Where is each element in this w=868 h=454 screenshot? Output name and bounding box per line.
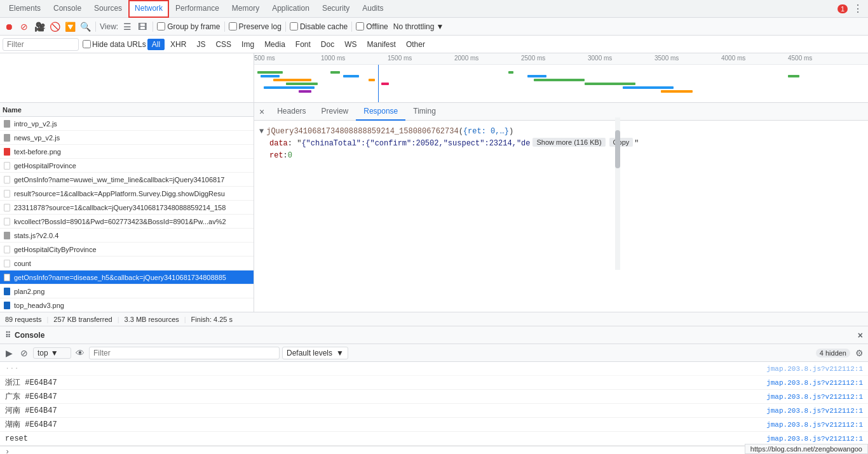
tab-response[interactable]: Response: [356, 103, 405, 121]
sep3: |: [184, 316, 186, 323]
filter-font-button[interactable]: Font: [291, 39, 315, 50]
tab-audits[interactable]: Audits: [356, 0, 390, 18]
wbar-13: [534, 79, 585, 81]
copy-button[interactable]: Copy: [609, 138, 634, 147]
sep1: |: [46, 316, 48, 323]
filename-6: 23311878?source=1&callback=jQuery3410681…: [14, 204, 251, 211]
offline-label[interactable]: Offline: [366, 22, 388, 31]
disable-cache-checkbox[interactable]: [290, 22, 298, 30]
console-link-4[interactable]: jmap.203.8.js?v212112:1: [766, 435, 863, 443]
view-list-button[interactable]: ☰: [121, 20, 133, 33]
wbar-8: [343, 75, 359, 77]
console-link-3[interactable]: jmap.203.8.js?v212112:1: [766, 421, 863, 429]
view-filmstrip-button[interactable]: 🎞: [136, 20, 149, 33]
file-item-0[interactable]: intro_vp_v2.js: [0, 117, 254, 131]
show-more-button[interactable]: Show more (116 KB): [532, 138, 605, 147]
console-link-2[interactable]: jmap.203.8.js?v212112:1: [766, 407, 863, 415]
filename-12: plan2.png: [14, 288, 251, 295]
file-item-12[interactable]: plan2.png: [0, 284, 254, 298]
tab-memory[interactable]: Memory: [226, 0, 266, 18]
filter-css-button[interactable]: CSS: [211, 39, 236, 50]
stop-button[interactable]: ⊘: [18, 20, 31, 33]
console-link-0[interactable]: jmap.203.8.js?v212112:1: [766, 379, 863, 387]
levels-dropdown[interactable]: Default levels ▼: [282, 347, 348, 359]
view-label: View:: [100, 22, 118, 31]
devtools-tabs: Elements Console Sources Network Perform…: [0, 0, 868, 18]
filter-doc-button[interactable]: Doc: [316, 39, 339, 50]
tab-headers[interactable]: Headers: [269, 103, 313, 121]
settings-button[interactable]: ⚙: [853, 347, 865, 359]
console-section: ⠿ Console × ▶ ⊘ top ▼ 👁 Default levels ▼…: [0, 326, 868, 454]
response-line-3: ret : 0: [259, 150, 863, 162]
tab-console[interactable]: Console: [47, 0, 88, 18]
file-item-13[interactable]: top_headv3.png: [0, 298, 254, 312]
hide-data-urls-checkbox[interactable]: [83, 40, 91, 48]
group-by-frame-checkbox[interactable]: [157, 22, 165, 30]
file-item-11[interactable]: getOnsInfo?name=disease_h5&callback=jQue…: [0, 270, 254, 284]
eye-button[interactable]: 👁: [74, 347, 86, 359]
console-text-0: 浙江 #E64B47: [5, 377, 766, 388]
tab-sources[interactable]: Sources: [88, 0, 128, 18]
filter-ws-button[interactable]: WS: [340, 39, 361, 50]
console-filter-input[interactable]: [89, 347, 280, 359]
tab-security[interactable]: Security: [316, 0, 356, 18]
console-stop-button[interactable]: ⊘: [18, 347, 31, 359]
filter-manifest-button[interactable]: Manifest: [363, 39, 400, 50]
data-key: data: [269, 138, 288, 150]
filter-img-button[interactable]: Img: [237, 39, 259, 50]
filter-button[interactable]: 🔽: [64, 20, 76, 33]
file-item-10[interactable]: count: [0, 257, 254, 270]
console-link-prev[interactable]: jmap.203.8.js?v212112:1: [766, 365, 863, 373]
group-by-frame-label[interactable]: Group by frame: [167, 22, 220, 31]
file-icon-2: [3, 147, 11, 156]
top-context-group: top ▼: [33, 347, 71, 359]
console-link-1[interactable]: jmap.203.8.js?v212112:1: [766, 393, 863, 401]
no-throttling-group: No throttling ▼: [393, 22, 444, 31]
file-item-7[interactable]: kvcollect?BossId=8901&Pwd=602773423&Boss…: [0, 215, 254, 229]
console-execute-button[interactable]: ▶: [3, 347, 15, 359]
offline-checkbox[interactable]: [356, 22, 364, 30]
file-item-5[interactable]: result?source=1&callback=AppPlatform.Sur…: [0, 187, 254, 201]
tab-application[interactable]: Application: [266, 0, 316, 18]
file-item-1[interactable]: news_vp_v2.js: [0, 131, 254, 145]
record-button[interactable]: ⏺: [3, 20, 15, 33]
preserve-log-checkbox[interactable]: [229, 22, 237, 30]
clear-button[interactable]: 🚫: [48, 20, 61, 33]
tab-timing[interactable]: Timing: [405, 103, 444, 121]
file-item-2[interactable]: text-before.png: [0, 145, 254, 159]
collapse-arrow[interactable]: ▼: [259, 126, 264, 138]
filter-xhr-button[interactable]: XHR: [166, 39, 191, 50]
filename-1: news_vp_v2.js: [14, 134, 251, 142]
response-close-button[interactable]: ×: [259, 107, 264, 117]
throttling-dropdown-icon[interactable]: ▼: [436, 22, 444, 31]
filter-input[interactable]: [3, 38, 79, 51]
disable-cache-label[interactable]: Disable cache: [300, 22, 348, 31]
file-item-8[interactable]: stats.js?v2.0.4: [0, 229, 254, 243]
tick-2500ms: 2500 ms: [521, 55, 545, 62]
camera-button[interactable]: 🎥: [33, 20, 46, 33]
more-options-icon[interactable]: ⋮: [850, 0, 865, 17]
filter-media-button[interactable]: Media: [260, 39, 290, 50]
file-item-9[interactable]: getHospitalCityByProvince: [0, 243, 254, 257]
file-item-3[interactable]: getHospitalProvince: [0, 159, 254, 173]
filter-other-button[interactable]: Other: [402, 39, 430, 50]
wbar-5: [264, 86, 315, 89]
tab-performance[interactable]: Performance: [169, 0, 226, 18]
tab-preview[interactable]: Preview: [314, 103, 356, 121]
hide-data-urls-label[interactable]: Hide data URLs: [92, 40, 146, 49]
console-row-4: reset jmap.203.8.js?v212112:1: [0, 432, 868, 446]
context-dropdown-icon[interactable]: ▼: [51, 349, 58, 357]
file-icon-3: [3, 161, 11, 170]
tab-elements[interactable]: Elements: [3, 0, 47, 18]
console-close-button[interactable]: ×: [858, 330, 863, 340]
search-button[interactable]: 🔍: [79, 20, 92, 33]
tab-network[interactable]: Network: [128, 0, 169, 18]
file-item-4[interactable]: getOnsInfo?name=wuwei_ww_time_line&callb…: [0, 173, 254, 187]
drag-handle-icon[interactable]: ⠿: [5, 331, 11, 340]
preserve-log-label[interactable]: Preserve log: [239, 22, 281, 31]
timeline-right: 500 ms 1000 ms 1500 ms 2000 ms 2500 ms 3…: [254, 53, 868, 102]
file-item-6[interactable]: 23311878?source=1&callback=jQuery3410681…: [0, 201, 254, 215]
response-line-2: data : " {"chinaTotal":{"confirm":20502,…: [259, 138, 863, 150]
filter-js-button[interactable]: JS: [192, 39, 210, 50]
filter-all-button[interactable]: All: [147, 39, 165, 50]
